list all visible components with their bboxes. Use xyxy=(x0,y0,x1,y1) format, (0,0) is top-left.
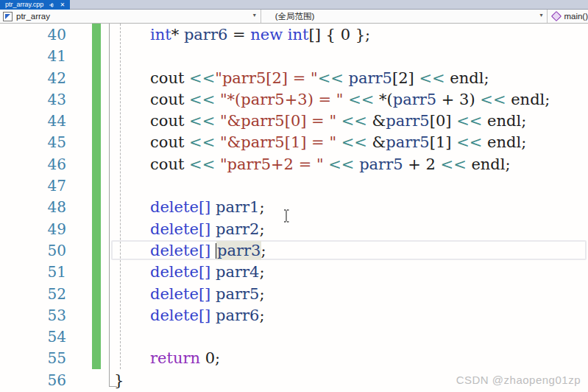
code-token: delete[] xyxy=(150,220,210,238)
code-token: endl; xyxy=(467,155,511,173)
code-token: parr5 xyxy=(216,285,259,303)
code-token: << xyxy=(480,91,506,108)
code-token: << xyxy=(456,133,482,151)
code-line-49[interactable]: delete[] parr2; xyxy=(0,219,588,240)
code-token: "&parr5[1] = " xyxy=(220,133,336,151)
code-lines[interactable]: int* parr6 = new int[] { 0 };cout <<"par… xyxy=(0,24,588,391)
code-token: return xyxy=(150,349,200,367)
code-token xyxy=(336,133,341,151)
code-token: endl; xyxy=(482,112,526,130)
code-token: endl; xyxy=(506,91,550,108)
code-token: parr2 xyxy=(216,220,259,238)
code-token: [0] xyxy=(430,112,456,130)
code-line-47[interactable] xyxy=(0,175,588,197)
code-token: + 3) xyxy=(436,91,480,108)
code-token: << xyxy=(419,69,444,87)
code-token: *( xyxy=(374,91,392,108)
code-token: ; xyxy=(259,198,264,216)
code-editor[interactable]: 4041424344454647484950515253545556 int* … xyxy=(0,24,588,392)
code-token: << xyxy=(348,91,374,108)
code-token: << xyxy=(318,69,344,87)
code-token: << xyxy=(341,112,367,130)
highlighted-symbol: parr3 xyxy=(217,242,261,259)
code-token: delete[] xyxy=(150,242,210,259)
code-token: int xyxy=(150,26,171,43)
code-line-50[interactable]: delete[] parr3; xyxy=(0,240,588,262)
code-line-41[interactable] xyxy=(0,46,588,67)
code-token: [2] xyxy=(392,69,419,87)
code-token: parr6 xyxy=(216,307,259,324)
code-token: cout xyxy=(150,133,189,151)
code-token: << xyxy=(441,155,467,173)
code-token: endl; xyxy=(482,133,526,151)
code-token: parr5 xyxy=(359,155,403,173)
code-token: "*(parr5+3) = " xyxy=(220,91,344,108)
code-token: "parr5+2 = " xyxy=(220,155,324,173)
code-token xyxy=(336,112,341,130)
code-token: parr1 xyxy=(216,198,259,216)
watermark: CSDN @zhaopeng01zp xyxy=(456,374,581,386)
code-token: cout xyxy=(150,91,189,108)
code-token xyxy=(283,26,288,43)
code-line-42[interactable]: cout <<"parr5[2] = "<< parr5[2] << endl; xyxy=(0,68,588,89)
code-token: "&parr5[0] = " xyxy=(220,112,336,130)
code-token: parr4 xyxy=(216,263,259,281)
mouse-ibeam-cursor xyxy=(283,209,290,223)
code-token: << xyxy=(189,69,215,87)
document-icon xyxy=(3,12,13,21)
code-token: [1] xyxy=(430,133,456,151)
close-icon[interactable]: ✕ xyxy=(59,1,65,8)
code-token: "parr5[2] = " xyxy=(215,69,317,87)
code-line-55[interactable]: return 0; xyxy=(0,348,588,369)
code-token: 0; xyxy=(200,349,220,367)
code-token: cout xyxy=(150,155,189,173)
code-line-54[interactable] xyxy=(0,326,588,348)
code-token: cout xyxy=(150,69,189,87)
code-line-44[interactable]: cout << "&parr5[0] = " << &parr5[0] << e… xyxy=(0,111,588,132)
code-line-46[interactable]: cout << "parr5+2 = " << parr5 + 2 << end… xyxy=(0,154,588,175)
code-token: delete[] xyxy=(150,285,210,303)
code-line-48[interactable]: delete[] parr1; xyxy=(0,197,588,218)
code-line-43[interactable]: cout << "*(parr5+3) = " << *(parr5 + 3) … xyxy=(0,89,588,111)
code-token xyxy=(215,133,220,151)
member-dropdown-label: main() xyxy=(564,12,588,21)
code-line-51[interactable]: delete[] parr4; xyxy=(0,262,588,283)
code-token xyxy=(344,69,349,87)
code-token: = xyxy=(227,26,250,43)
code-token: parr5 xyxy=(393,91,436,108)
code-token: + 2 xyxy=(403,155,441,173)
project-dropdown[interactable]: ptr_array ▾ xyxy=(0,10,261,23)
pin-icon[interactable] xyxy=(48,1,54,8)
code-token: << xyxy=(341,133,367,151)
code-token: ; xyxy=(259,263,264,281)
navigation-bar: ptr_array ▾ (全局范围) ▾ main() xyxy=(0,10,588,24)
project-dropdown-label: ptr_array xyxy=(16,12,50,21)
tab-title: ptr_array.cpp xyxy=(5,0,43,10)
scope-dropdown-label: (全局范围) xyxy=(275,11,315,22)
code-token xyxy=(210,285,216,303)
code-token: delete[] xyxy=(150,263,210,281)
code-token xyxy=(215,155,220,173)
code-token: parr6 xyxy=(184,26,227,43)
method-icon xyxy=(551,11,562,21)
chevron-down-icon[interactable]: ▾ xyxy=(253,12,256,18)
code-token: int xyxy=(288,26,309,43)
chevron-down-icon[interactable]: ▾ xyxy=(539,12,542,18)
code-line-52[interactable]: delete[] parr5; xyxy=(0,284,588,305)
code-token: parr5 xyxy=(386,133,429,151)
code-line-53[interactable]: delete[] parr6; xyxy=(0,305,588,326)
code-token xyxy=(210,198,216,216)
code-token: endl; xyxy=(445,69,489,87)
code-token: parr5 xyxy=(386,112,429,130)
code-token: ; xyxy=(259,307,264,324)
code-token: } xyxy=(114,371,124,389)
code-token: << xyxy=(456,112,482,130)
code-token: << xyxy=(189,155,215,173)
code-line-45[interactable]: cout << "&parr5[1] = " << &parr5[1] << e… xyxy=(0,132,588,153)
code-token: ; xyxy=(259,285,264,303)
scope-dropdown[interactable]: (全局范围) ▾ xyxy=(261,10,548,23)
tab-ptr-array-cpp[interactable]: ptr_array.cpp ✕ xyxy=(0,0,70,10)
code-line-40[interactable]: int* parr6 = new int[] { 0 }; xyxy=(0,24,588,46)
code-token: ; xyxy=(259,220,264,238)
member-dropdown[interactable]: main() xyxy=(547,10,588,23)
